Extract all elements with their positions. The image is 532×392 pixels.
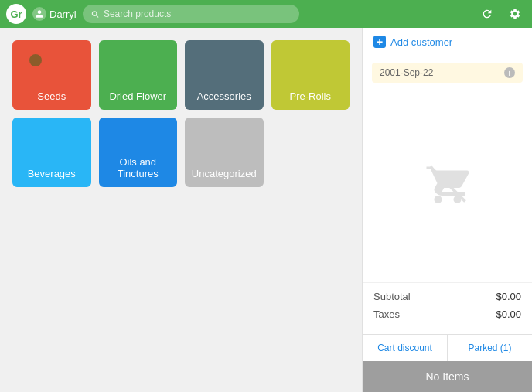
add-customer-button[interactable]: + Add customer <box>363 28 532 56</box>
category-seeds-label: Seeds <box>37 90 66 102</box>
seed-dot-icon <box>29 54 42 66</box>
parked-button[interactable]: Parked (1) <box>448 335 532 361</box>
cart-empty-icon <box>425 161 471 210</box>
category-dried-flower[interactable]: Dried Flower <box>99 40 178 110</box>
category-uncategorized[interactable]: Uncategorized <box>185 118 264 187</box>
bottom-actions: Cart discount Parked (1) <box>363 334 532 361</box>
refresh-button[interactable] <box>476 3 498 25</box>
date-badge: 2001-Sep-22 i <box>372 63 523 83</box>
nav-right-icons <box>476 3 526 25</box>
add-customer-icon: + <box>373 36 386 48</box>
subtotal-label: Subtotal <box>373 291 411 302</box>
category-accessories[interactable]: Accessories <box>185 40 264 110</box>
top-navigation: Gr Darryl <box>0 0 532 28</box>
main-layout: Seeds Dried Flower Accessories Pre-Rolls… <box>0 28 532 392</box>
category-grid: Seeds Dried Flower Accessories Pre-Rolls… <box>12 40 350 187</box>
category-accessories-label: Accessories <box>197 90 251 102</box>
search-input[interactable] <box>104 9 292 19</box>
user-avatar-icon <box>32 7 46 21</box>
empty-cart-area <box>363 89 532 282</box>
taxes-label: Taxes <box>373 308 400 320</box>
right-panel: + Add customer 2001-Sep-22 i Subtotal $0… <box>362 28 532 392</box>
taxes-value: $0.00 <box>496 308 521 320</box>
left-panel: Seeds Dried Flower Accessories Pre-Rolls… <box>0 28 362 392</box>
category-oils[interactable]: Oils and Tinctures <box>99 118 178 187</box>
search-icon <box>90 9 99 19</box>
app-logo: Gr <box>6 4 26 24</box>
category-oils-label: Oils and Tinctures <box>99 156 178 179</box>
taxes-row: Taxes $0.00 <box>373 308 521 320</box>
add-customer-label: Add customer <box>390 36 452 48</box>
category-seeds[interactable]: Seeds <box>12 40 91 110</box>
category-uncategorized-label: Uncategorized <box>192 168 257 179</box>
subtotal-value: $0.00 <box>496 291 521 302</box>
category-pre-rolls[interactable]: Pre-Rolls <box>271 40 350 110</box>
category-beverages[interactable]: Beverages <box>12 118 91 187</box>
totals-area: Subtotal $0.00 Taxes $0.00 <box>363 282 532 334</box>
search-bar[interactable] <box>83 5 299 23</box>
category-pre-rolls-label: Pre-Rolls <box>290 90 331 102</box>
settings-button[interactable] <box>504 3 526 25</box>
no-items-button: No Items <box>363 361 532 392</box>
subtotal-row: Subtotal $0.00 <box>373 291 521 302</box>
category-dried-flower-label: Dried Flower <box>109 90 166 102</box>
user-menu-button[interactable]: Darryl <box>32 7 77 21</box>
category-beverages-label: Beverages <box>28 168 76 179</box>
shopping-cart-icon <box>425 161 471 207</box>
cart-discount-button[interactable]: Cart discount <box>363 335 448 361</box>
user-name-label: Darryl <box>49 9 77 20</box>
info-icon: i <box>504 67 515 78</box>
date-badge-text: 2001-Sep-22 <box>380 67 433 78</box>
